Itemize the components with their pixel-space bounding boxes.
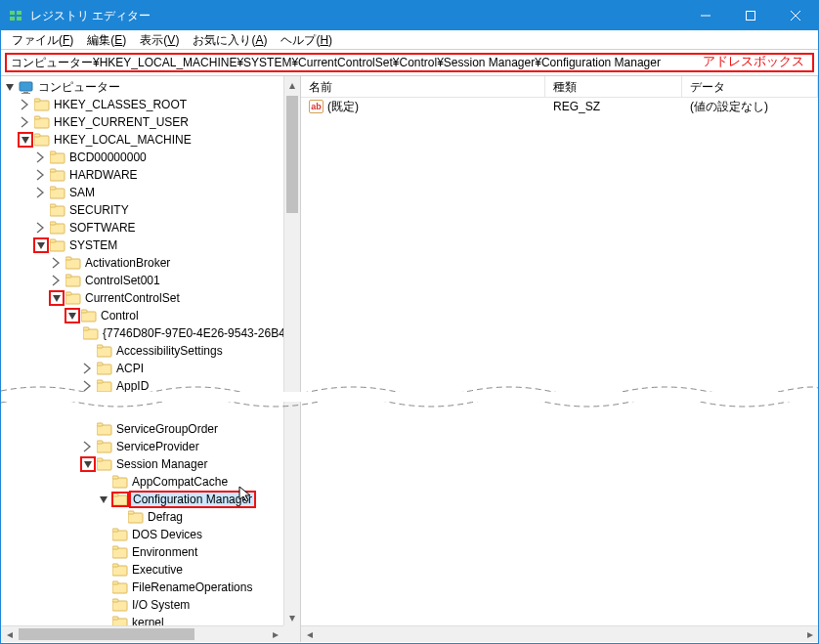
chevron-right-icon[interactable] (50, 256, 64, 270)
scroll-right-icon[interactable]: ▸ (801, 626, 818, 642)
chevron-down-icon[interactable] (34, 238, 48, 252)
spacer (81, 422, 95, 436)
tree-item-cm[interactable]: Configuration Manager (3, 491, 283, 508)
chevron-right-icon[interactable] (50, 274, 64, 287)
spacer (97, 598, 110, 612)
chevron-right-icon[interactable] (81, 362, 95, 375)
chevron-down-icon[interactable] (81, 457, 95, 471)
svg-rect-1 (17, 11, 22, 15)
chevron-right-icon[interactable] (34, 186, 48, 199)
tree-item[interactable]: FileRenameOperations (3, 579, 283, 596)
tree-root[interactable]: コンピューター (3, 78, 283, 96)
tree-item[interactable]: DOS Devices (3, 526, 283, 543)
tree-item[interactable]: SOFTWARE (3, 219, 283, 236)
chevron-down-icon[interactable] (65, 309, 79, 322)
tree-label-selected: Configuration Manager (130, 492, 255, 507)
spacer (112, 510, 126, 524)
chevron-down-icon[interactable] (3, 80, 17, 94)
string-value-icon: ab (309, 100, 323, 113)
tree-item-ccs[interactable]: CurrentControlSet (3, 289, 283, 307)
address-bar[interactable]: コンピューター¥HKEY_LOCAL_MACHINE¥SYSTEM¥Curren… (5, 53, 814, 72)
spacer (97, 580, 110, 594)
scroll-thumb[interactable] (19, 628, 194, 640)
scroll-left-icon[interactable]: ◂ (1, 626, 18, 642)
col-name[interactable]: 名前 (301, 76, 545, 97)
chevron-right-icon[interactable] (19, 98, 32, 111)
tree-label: コンピューター (36, 79, 122, 96)
scroll-left-icon[interactable]: ◂ (301, 626, 318, 642)
minimize-button[interactable] (683, 1, 728, 30)
address-row: コンピューター¥HKEY_LOCAL_MACHINE¥SYSTEM¥Curren… (1, 50, 818, 76)
tree-item[interactable]: Executive (3, 561, 283, 579)
col-type[interactable]: 種類 (545, 76, 682, 97)
tree-item[interactable]: Environment (3, 543, 283, 561)
chevron-down-icon[interactable] (97, 493, 110, 506)
tree-item-sm[interactable]: Session Manager (3, 455, 283, 473)
folder-icon (128, 510, 144, 524)
chevron-right-icon[interactable] (34, 168, 48, 182)
tree-label: HARDWARE (67, 168, 140, 182)
tree-item[interactable]: I/O System (3, 596, 283, 614)
tree-label: ServiceProvider (114, 440, 201, 453)
tree-item[interactable]: SAM (3, 184, 283, 201)
menu-file[interactable]: ファイル(F) (5, 30, 80, 50)
tree-label: ControlSet001 (83, 274, 162, 287)
spacer (34, 203, 48, 217)
close-button[interactable] (773, 1, 818, 30)
scroll-thumb[interactable] (286, 96, 298, 213)
tree-vscrollbar[interactable]: ▴ ▾ (283, 76, 300, 625)
tree-item[interactable]: ServiceGroupOrder (3, 420, 283, 438)
tree-item-system[interactable]: SYSTEM (3, 236, 283, 254)
folder-icon (65, 274, 81, 287)
maximize-button[interactable] (728, 1, 773, 30)
tree-item[interactable]: Defrag (3, 508, 283, 526)
tree-label: I/O System (130, 598, 192, 612)
tree-item[interactable]: ActivationBroker (3, 254, 283, 272)
scroll-right-icon[interactable]: ▸ (267, 626, 283, 642)
tree-label: AppID (114, 379, 151, 393)
chevron-down-icon[interactable] (19, 133, 32, 147)
chevron-right-icon[interactable] (81, 379, 95, 393)
tree-item-control[interactable]: Control (3, 307, 283, 324)
menu-edit[interactable]: 編集(E) (80, 30, 133, 50)
menu-fav[interactable]: お気に入り(A) (186, 30, 274, 50)
tree-label: Control (99, 309, 141, 322)
tree-item[interactable]: ControlSet001 (3, 272, 283, 289)
computer-icon (19, 80, 34, 94)
list-row[interactable]: ab(既定) REG_SZ (値の設定なし) (301, 98, 818, 115)
tree-label: Executive (130, 563, 185, 577)
svg-rect-6 (747, 12, 755, 21)
chevron-right-icon[interactable] (34, 221, 48, 235)
tree-item[interactable]: HARDWARE (3, 166, 283, 184)
col-data[interactable]: データ (682, 76, 818, 97)
tree-item[interactable]: AppCompatCache (3, 473, 283, 491)
tree-item[interactable]: SECURITY (3, 201, 283, 219)
tree-label: SYSTEM (67, 238, 119, 252)
tree-item[interactable]: AppID (3, 377, 283, 395)
tree-label: SECURITY (67, 203, 131, 217)
folder-icon (97, 344, 112, 358)
address-path: コンピューター¥HKEY_LOCAL_MACHINE¥SYSTEM¥Curren… (11, 55, 661, 71)
tree-label: {7746D80F-97E0-4E26-9543-26B4 (101, 326, 287, 340)
tree-item[interactable]: ServiceProvider (3, 438, 283, 455)
tree-item[interactable]: AccessibilitySettings (3, 342, 283, 360)
tree-item[interactable]: ACPI (3, 360, 283, 377)
chevron-right-icon[interactable] (19, 115, 32, 129)
tree-item[interactable]: {7746D80F-97E0-4E26-9543-26B4 (3, 324, 283, 342)
tree-label: CurrentControlSet (83, 291, 182, 305)
chevron-right-icon[interactable] (81, 440, 95, 453)
tree-item-hklm[interactable]: HKEY_LOCAL_MACHINE (3, 131, 283, 149)
titlebar: レジストリ エディター (1, 1, 818, 30)
scroll-up-icon[interactable]: ▴ (284, 76, 300, 93)
menu-view[interactable]: 表示(V) (133, 30, 186, 50)
tree-hscrollbar[interactable]: ◂ ▸ (1, 625, 283, 642)
tree-item[interactable]: BCD00000000 (3, 149, 283, 166)
app-icon (9, 8, 24, 23)
scroll-down-icon[interactable]: ▾ (284, 609, 300, 625)
tree-item-hkcr[interactable]: HKEY_CLASSES_ROOT (3, 96, 283, 113)
menu-help[interactable]: ヘルプ(H) (274, 30, 339, 50)
chevron-down-icon[interactable] (50, 291, 64, 305)
chevron-right-icon[interactable] (34, 150, 48, 164)
tree-item-hkcu[interactable]: HKEY_CURRENT_USER (3, 113, 283, 131)
list-hscrollbar[interactable]: ◂ ▸ (301, 625, 818, 642)
